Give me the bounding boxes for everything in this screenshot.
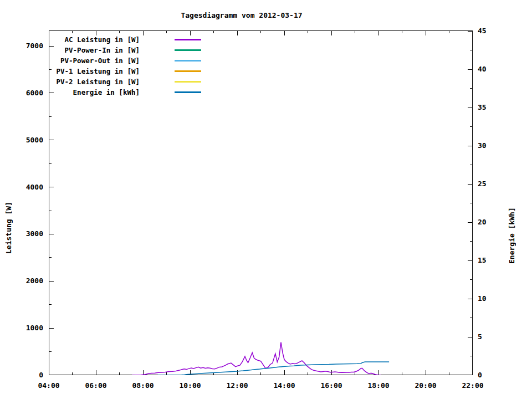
y2-tick-label: 30 xyxy=(478,141,502,150)
y2-axis-title: Energie [kWh] xyxy=(508,164,516,264)
y-tick-label: 5000 xyxy=(9,136,43,145)
x-tick-label: 06:00 xyxy=(78,381,114,390)
y-tick-label: 0 xyxy=(9,371,43,380)
legend-line-sample xyxy=(175,91,201,93)
y2-tick-label: 20 xyxy=(478,218,502,227)
series-line-ac-leistung-in-w xyxy=(132,342,381,375)
x-tick-label: 10:00 xyxy=(172,381,208,390)
y2-tick-label: 15 xyxy=(478,256,502,265)
y-tick-label: 7000 xyxy=(9,42,43,50)
x-tick-label: 12:00 xyxy=(219,381,255,390)
legend-row: PV-Power-Out in [W] xyxy=(49,55,207,66)
x-tick-label: 18:00 xyxy=(361,381,396,390)
gnuplot-chart-page: { "chart_data": { "type": "line", "title… xyxy=(0,0,532,399)
legend-label: PV-Power-Out in [W] xyxy=(49,55,140,66)
y2-tick-label: 35 xyxy=(478,103,502,112)
y-tick-label: 4000 xyxy=(9,183,43,192)
legend-row: PV-2 Leistung in [W] xyxy=(49,76,207,87)
x-tick-label: 20:00 xyxy=(408,381,443,390)
legend-row: PV-Power-In in [W] xyxy=(49,45,207,55)
legend-line-sample xyxy=(175,81,201,83)
x-tick-label: 14:00 xyxy=(267,381,302,390)
x-tick-label: 16:00 xyxy=(314,381,349,390)
y2-tick-label: 25 xyxy=(478,180,502,188)
y-tick-label: 6000 xyxy=(9,89,43,98)
y-tick-label: 3000 xyxy=(9,229,43,238)
x-tick-label: 22:00 xyxy=(455,381,490,390)
legend-row: PV-1 Leistung in [W] xyxy=(49,66,207,76)
x-tick-label: 08:00 xyxy=(125,381,161,390)
legend-line-sample xyxy=(175,60,201,62)
x-tick-label: 04:00 xyxy=(31,381,66,390)
legend-label: PV-1 Leistung in [W] xyxy=(49,66,140,76)
y-tick-label: 2000 xyxy=(9,277,43,285)
legend-label: AC Leistung in [W] xyxy=(49,34,140,45)
y-axis-title: Leistung [W] xyxy=(4,160,13,254)
chart-title: Tagesdiagramm vom 2012-03-17 xyxy=(0,11,483,19)
y2-tick-label: 0 xyxy=(478,371,502,380)
legend-line-sample xyxy=(175,39,201,40)
y2-tick-label: 40 xyxy=(478,65,502,74)
legend-label: PV-2 Leistung in [W] xyxy=(49,76,140,87)
legend-row: AC Leistung in [W] xyxy=(49,34,207,45)
y-tick-label: 1000 xyxy=(9,324,43,332)
y2-tick-label: 10 xyxy=(478,294,502,303)
legend-row: Energie in [kWh] xyxy=(49,87,207,98)
legend-line-sample xyxy=(175,70,201,72)
y2-tick-label: 45 xyxy=(478,27,502,35)
legend-line-sample xyxy=(175,49,201,51)
y2-tick-label: 5 xyxy=(478,332,502,341)
legend-label: PV-Power-In in [W] xyxy=(49,45,140,55)
legend-label: Energie in [kWh] xyxy=(49,87,140,98)
